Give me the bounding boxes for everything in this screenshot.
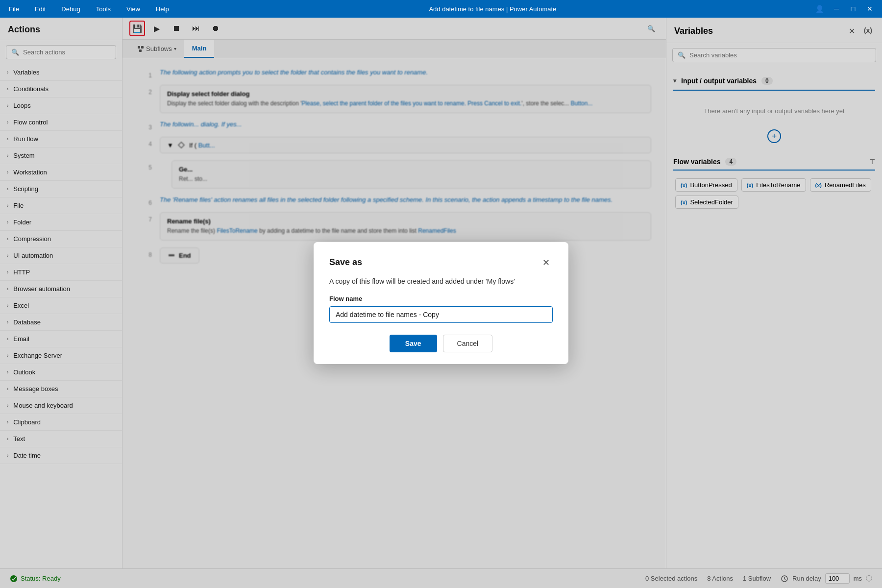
minimize-button[interactable]: ─: [830, 2, 843, 15]
menu-bar: File Edit Debug Tools View Help: [6, 3, 172, 15]
save-as-dialog: Save as ✕ A copy of this flow will be cr…: [314, 242, 568, 364]
dialog-title: Save as: [329, 257, 362, 268]
dialog-actions: Save Cancel: [329, 335, 553, 352]
dialog-save-button[interactable]: Save: [390, 335, 437, 352]
menu-debug[interactable]: Debug: [58, 3, 83, 15]
menu-file[interactable]: File: [6, 3, 22, 15]
dialog-description: A copy of this flow will be created and …: [329, 277, 553, 285]
dialog-header: Save as ✕: [329, 256, 553, 270]
close-button[interactable]: ✕: [863, 2, 876, 15]
window-controls: 👤 ─ □ ✕: [813, 2, 876, 15]
dialog-close-button[interactable]: ✕: [539, 256, 553, 270]
flow-name-label: Flow name: [329, 295, 553, 302]
window-title: Add datetime to file names | Power Autom…: [429, 5, 556, 13]
menu-edit[interactable]: Edit: [32, 3, 49, 15]
maximize-button[interactable]: □: [847, 2, 859, 15]
menu-view[interactable]: View: [123, 3, 143, 15]
title-bar: File Edit Debug Tools View Help Add date…: [0, 0, 882, 18]
menu-tools[interactable]: Tools: [93, 3, 114, 15]
user-icon[interactable]: 👤: [813, 2, 826, 15]
flow-name-input[interactable]: [329, 306, 553, 323]
dialog-cancel-button[interactable]: Cancel: [443, 335, 493, 352]
modal-overlay: Save as ✕ A copy of this flow will be cr…: [0, 18, 882, 588]
menu-help[interactable]: Help: [153, 3, 172, 15]
